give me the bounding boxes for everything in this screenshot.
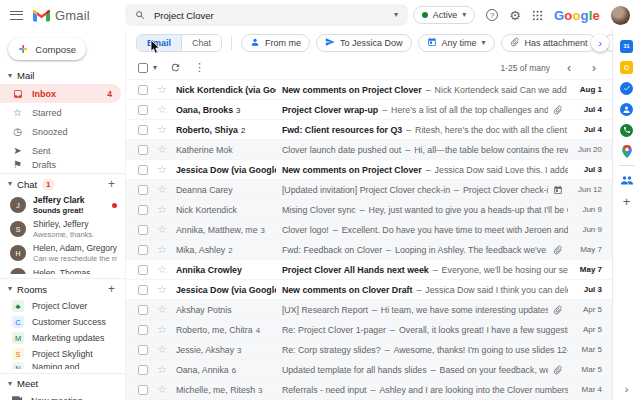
section-chat[interactable]: ▾ Chat 1 + [0, 173, 125, 193]
star-icon[interactable]: ☆ [157, 184, 167, 195]
star-icon[interactable]: ☆ [157, 284, 167, 295]
sidebar-item-starred[interactable]: ☆Starred [0, 103, 121, 122]
settings-gear-icon[interactable]: ⚙ [509, 9, 521, 22]
select-caret-icon[interactable]: ▾ [153, 64, 157, 72]
more-options-icon[interactable]: ⋮ [194, 61, 205, 74]
star-icon[interactable]: ☆ [157, 264, 167, 275]
keep-icon[interactable] [620, 60, 634, 74]
star-icon[interactable]: ☆ [157, 104, 167, 115]
star-icon[interactable]: ☆ [157, 124, 167, 135]
meet-item-new-meeting[interactable]: New meeting [0, 392, 125, 400]
row-checkbox[interactable] [138, 365, 148, 375]
row-checkbox[interactable] [138, 345, 148, 355]
star-icon[interactable]: ☆ [157, 324, 167, 335]
filter-chip-to-jessica-dow[interactable]: To Jessica Dow [316, 34, 412, 52]
room-item-project-clover[interactable]: ♣Project Clover [0, 298, 125, 314]
star-icon[interactable]: ☆ [157, 144, 167, 155]
row-checkbox[interactable] [138, 185, 148, 195]
star-icon[interactable]: ☆ [157, 164, 167, 175]
tab-email[interactable]: Email [137, 35, 181, 51]
row-checkbox[interactable] [138, 225, 148, 235]
email-row[interactable]: ☆Roberto, Shiya2Fwd: Client resources fo… [126, 120, 612, 140]
menu-icon[interactable] [10, 11, 23, 20]
help-icon[interactable]: ? [486, 9, 498, 21]
email-row[interactable]: ☆Annika CrowleyProject Clover All Hands … [126, 260, 612, 280]
chat-item-shirley-jeffery[interactable]: SShirley, JefferyAwesome, thanks. [0, 217, 125, 241]
tab-chat[interactable]: Chat [181, 35, 221, 51]
section-meet[interactable]: ▾ Meet [0, 373, 125, 392]
star-icon[interactable]: ☆ [157, 344, 167, 355]
email-row[interactable]: ☆Roberto, me, Chitra4Re: Project Clover … [126, 320, 612, 340]
sidebar-item-sent[interactable]: ➤Sent [0, 141, 121, 160]
status-chip[interactable]: Active ▾ [413, 6, 476, 24]
email-row[interactable]: ☆Nick Kortendick (via Goo.New comments o… [126, 80, 612, 100]
star-icon[interactable]: ☆ [157, 304, 167, 315]
maps-icon[interactable] [620, 144, 634, 158]
collapse-panel-icon[interactable]: › [625, 383, 629, 395]
apps-grid-icon[interactable] [532, 10, 543, 21]
chat-item-helen-thomas[interactable]: HHelen, Thomas [0, 265, 125, 274]
star-icon[interactable]: ☆ [157, 364, 167, 375]
chat-item-helen-adam-gregory[interactable]: HHelen, Adam, GregoryCan we reschedule t… [0, 241, 125, 265]
search-options-caret-icon[interactable]: ▾ [394, 11, 398, 19]
email-row[interactable]: ☆Nick KortendickMising Clover sync–Hey, … [126, 200, 612, 220]
row-checkbox[interactable] [138, 305, 148, 315]
email-row[interactable]: ☆Katherine MokClover launch date pushed … [126, 140, 612, 160]
row-checkbox[interactable] [138, 145, 148, 155]
row-checkbox[interactable] [138, 105, 148, 115]
email-row[interactable]: ☆Jessie, Akshay3Re: Corp strategy slides… [126, 340, 612, 360]
email-row[interactable]: ☆Jessica Dow (via Google.New comments on… [126, 280, 612, 300]
section-rooms[interactable]: ▾ Rooms + [0, 278, 125, 298]
sidebar-item-snoozed[interactable]: ◷Snoozed [0, 122, 121, 141]
newer-page-icon[interactable]: ‹ [563, 62, 575, 74]
row-checkbox[interactable] [138, 165, 148, 175]
row-checkbox[interactable] [138, 205, 148, 215]
sidebar-item-drafts[interactable]: ⚑Drafts [0, 160, 121, 169]
star-icon[interactable]: ☆ [157, 84, 167, 95]
filter-chip-any-time[interactable]: Any time▾ [418, 34, 495, 52]
email-row[interactable]: ☆Akshay Potnis[UX] Research Report–Hi te… [126, 300, 612, 320]
star-icon[interactable]: ☆ [157, 224, 167, 235]
compose-button[interactable]: Compose [8, 38, 86, 60]
email-row[interactable]: ☆Annika, Matthew, me3Clover logo!–Excell… [126, 220, 612, 240]
refresh-icon[interactable] [170, 62, 181, 73]
room-item-marketing-updates[interactable]: MMarketing updates [0, 330, 125, 346]
contacts-icon[interactable] [620, 102, 634, 116]
tasks-icon[interactable] [620, 81, 634, 95]
star-icon[interactable]: ☆ [157, 244, 167, 255]
add-chat-icon[interactable]: + [108, 178, 115, 190]
email-row[interactable]: ☆Michelle, me, Ritesh3Referrals - need i… [126, 380, 612, 400]
community-icon[interactable] [620, 173, 634, 187]
account-avatar[interactable] [611, 6, 630, 25]
section-mail[interactable]: ▾ Mail [0, 66, 125, 84]
row-checkbox[interactable] [138, 285, 148, 295]
email-row[interactable]: ☆Mika, Ashley2Fwd: Feedback on Clover–Lo… [126, 240, 612, 260]
search-bar[interactable]: Project Clover ▾ [125, 4, 408, 26]
select-all-checkbox[interactable] [138, 63, 148, 73]
sidebar-item-inbox[interactable]: Inbox4 [0, 84, 121, 103]
row-checkbox[interactable] [138, 325, 148, 335]
email-row[interactable]: ☆Oana, Brooks3Project Clover wrap-up–Her… [126, 100, 612, 120]
chips-scroll-right-icon[interactable]: › [591, 34, 609, 52]
row-checkbox[interactable] [138, 385, 148, 395]
filter-chip-has-attachment[interactable]: Has attachment [501, 34, 597, 52]
row-checkbox[interactable] [138, 245, 148, 255]
email-row[interactable]: ☆Deanna Carey[Updated invitation] Projec… [126, 180, 612, 200]
add-room-icon[interactable]: + [108, 283, 115, 295]
plus-icon[interactable]: + [620, 194, 634, 208]
room-item-project-skylight[interactable]: SProject Skylight [0, 346, 125, 362]
row-checkbox[interactable] [138, 85, 148, 95]
search-input[interactable]: Project Clover [154, 10, 214, 21]
room-item-naming-and-rebranding[interactable]: NNaming and Rebranding [0, 362, 125, 369]
voice-icon[interactable] [620, 123, 634, 137]
email-row[interactable]: ☆Oana, Annika6Updated template for all h… [126, 360, 612, 380]
star-icon[interactable]: ☆ [157, 384, 167, 395]
row-checkbox[interactable] [138, 125, 148, 135]
email-row[interactable]: ☆Jessica Dow (via Google.New comments on… [126, 160, 612, 180]
chat-item-jeffery-clark[interactable]: JJeffery ClarkSounds great! [0, 193, 125, 217]
older-page-icon[interactable]: › [588, 62, 600, 74]
calendar-icon[interactable]: 31 [620, 39, 634, 53]
star-icon[interactable]: ☆ [157, 204, 167, 215]
filter-chip-from-me[interactable]: From me [241, 34, 310, 52]
room-item-customer-success[interactable]: CCustomer Success [0, 314, 125, 330]
